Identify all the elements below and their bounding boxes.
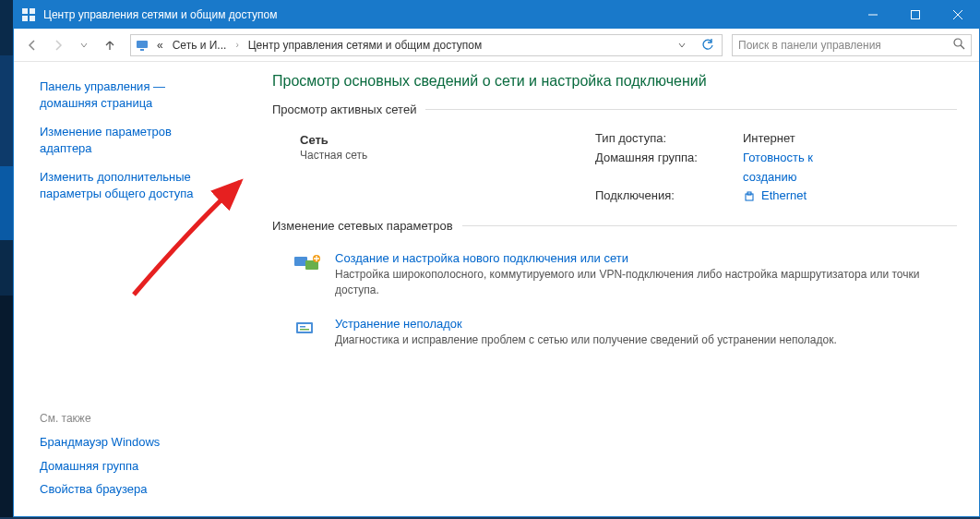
main-content: Просмотр основных сведений о сети и наст… [263,62,979,516]
network-center-icon [21,7,36,22]
network-sharing-icon [135,38,149,53]
svg-rect-2 [22,16,28,21]
svg-line-11 [961,45,964,49]
search-icon [952,37,965,53]
action-new-connection: Создание и настройка нового подключения … [272,246,957,311]
refresh-button[interactable] [698,35,718,55]
page-title: Просмотр основных сведений о сети и наст… [272,73,957,90]
svg-rect-20 [300,329,309,331]
close-button[interactable] [937,1,979,29]
svg-rect-0 [22,8,28,14]
svg-rect-19 [300,326,305,328]
up-button[interactable] [99,34,121,56]
sidebar-link-firewall[interactable]: Брандмауэр Windows [40,434,248,451]
minimize-button[interactable] [852,1,894,29]
active-network-row: Сеть Частная сеть Тип доступа: Интернет … [272,129,957,219]
toolbar: « Сеть и И... › Центр управления сетями … [14,29,979,62]
svg-rect-18 [298,324,311,332]
access-type-label: Тип доступа: [595,129,743,149]
search-box[interactable] [732,34,972,56]
desktop-left-strip [0,0,13,517]
network-type: Частная сеть [300,149,595,162]
titlebar: Центр управления сетями и общим доступом [14,1,979,29]
svg-point-10 [954,39,962,46]
homegroup-label: Домашняя группа: [595,149,743,187]
access-type-value: Интернет [743,129,795,149]
connections-link[interactable]: Ethernet [743,187,807,206]
action-troubleshoot-desc: Диагностика и исправление проблем с сеть… [335,332,957,348]
breadcrumb-seg-1[interactable]: Сеть и И... [169,39,231,52]
action-new-connection-desc: Настройка широкополосного, коммутируемог… [335,267,957,298]
sidebar-link-advanced-sharing[interactable]: Изменить дополнительные параметры общего… [40,169,248,201]
see-also-label: См. также [40,412,248,425]
svg-rect-9 [140,49,144,51]
sidebar: Панель управления — домашняя страница Из… [14,62,263,516]
network-name: Сеть [300,133,595,147]
troubleshoot-icon [293,319,322,341]
change-settings-label: Изменение сетевых параметров [272,219,957,233]
svg-rect-14 [294,257,307,266]
new-connection-icon [293,253,322,275]
recent-dropdown[interactable] [73,34,95,56]
svg-rect-8 [137,41,148,48]
sidebar-link-home[interactable]: Панель управления — домашняя страница [40,78,248,111]
breadcrumb-seg-2[interactable]: Центр управления сетями и общим доступом [245,39,486,52]
svg-rect-3 [30,16,35,21]
action-troubleshoot-title[interactable]: Устранение неполадок [335,317,957,331]
active-networks-label: Просмотр активных сетей [272,103,957,116]
homegroup-link[interactable]: Готовность к созданию [743,149,813,187]
svg-rect-5 [912,11,920,19]
breadcrumb[interactable]: « Сеть и И... › Центр управления сетями … [130,34,723,56]
breadcrumb-dropdown-icon[interactable] [677,41,692,50]
window-title: Центр управления сетями и общим доступом [43,8,852,21]
ethernet-icon [743,190,756,203]
control-panel-window: Центр управления сетями и общим доступом… [13,0,980,517]
chevron-right-icon: › [232,40,242,50]
search-input[interactable] [738,39,952,52]
action-troubleshoot: Устранение неполадок Диагностика и испра… [272,311,957,361]
action-new-connection-title[interactable]: Создание и настройка нового подключения … [335,251,957,265]
connections-label: Подключения: [595,187,743,206]
sidebar-link-homegroup[interactable]: Домашняя группа [40,458,248,475]
sidebar-link-browser-properties[interactable]: Свойства браузера [40,481,248,498]
maximize-button[interactable] [894,1,937,29]
back-button[interactable] [21,34,43,56]
breadcrumb-prefix: « [153,39,167,52]
svg-rect-1 [30,8,35,14]
sidebar-link-adapter-settings[interactable]: Изменение параметров адаптера [40,124,248,156]
forward-button[interactable] [47,34,69,56]
